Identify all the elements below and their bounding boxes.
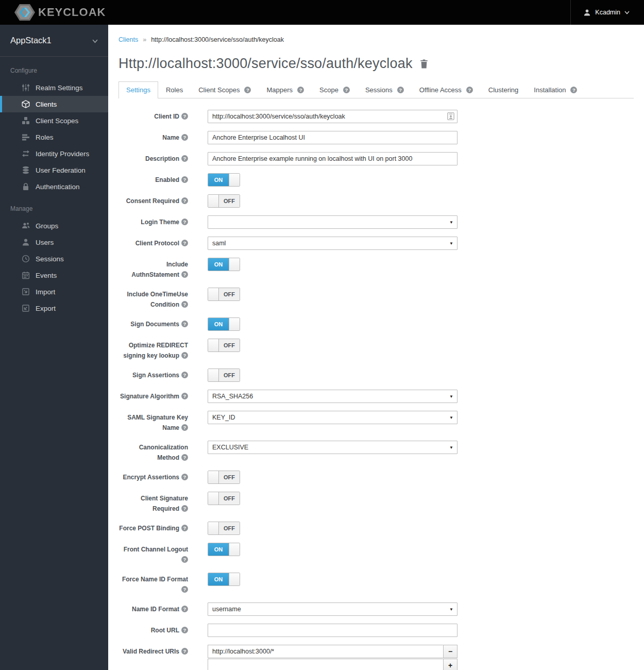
optimize-redirect-toggle[interactable]: OFF xyxy=(208,339,240,352)
tab-settings[interactable]: Settings xyxy=(118,81,158,98)
help-icon: ? xyxy=(181,219,188,225)
client-protocol-select[interactable]: saml▼ xyxy=(208,237,457,250)
saml-signature-key-name-select[interactable]: KEY_ID▼ xyxy=(208,411,457,424)
field-label: Include AuthnStatement xyxy=(131,261,188,278)
realm-name: AppStack1 xyxy=(10,36,52,45)
consent-required-field: Consent Required? OFF xyxy=(118,194,634,208)
group-icon xyxy=(22,222,30,230)
tab-sessions[interactable]: Sessions? xyxy=(358,81,412,98)
sidebar-item-groups[interactable]: Groups xyxy=(0,217,108,234)
force-post-binding-toggle[interactable]: OFF xyxy=(208,522,240,535)
sidebar-item-user-federation[interactable]: User Federation xyxy=(0,162,108,178)
help-icon: ? xyxy=(181,113,188,120)
include-onetimeuse-condition-toggle[interactable]: OFF xyxy=(208,288,240,301)
caret-down-icon: ▼ xyxy=(449,220,453,225)
keycloak-hexagon-icon xyxy=(14,4,35,21)
root-url-input[interactable] xyxy=(208,624,457,637)
sidebar-item-export[interactable]: Export xyxy=(0,300,108,316)
description-input[interactable] xyxy=(208,152,457,165)
remove-uri-button[interactable]: − xyxy=(443,645,457,658)
sidebar-item-label: Roles xyxy=(36,133,54,141)
brand-text: KEYCLOAK xyxy=(38,6,106,19)
help-icon: ? xyxy=(181,240,188,246)
sidebar-item-events[interactable]: Events xyxy=(0,267,108,283)
help-icon: ? xyxy=(181,556,188,563)
client-id-input[interactable] xyxy=(208,110,457,123)
sidebar-item-roles[interactable]: Roles xyxy=(0,129,108,145)
sidebar-item-client-scopes[interactable]: Client Scopes xyxy=(0,112,108,129)
tab-offline-access[interactable]: Offline Access? xyxy=(412,81,481,98)
field-label: Description xyxy=(145,155,179,162)
sidebar-item-clients[interactable]: Clients xyxy=(0,96,108,112)
include-onetimeuse-condition-field: Include OneTimeUse Condition? OFF xyxy=(118,288,634,310)
login-theme-select[interactable]: ▼ xyxy=(208,215,457,229)
include-authn-statement-toggle[interactable]: ON xyxy=(208,258,240,271)
field-label: Encrypt Assertions xyxy=(123,474,179,481)
field-label: Force POST Binding xyxy=(119,525,179,532)
encrypt-assertions-toggle[interactable]: OFF xyxy=(208,471,240,484)
force-name-id-format-toggle[interactable]: ON xyxy=(208,573,240,586)
add-uri-button[interactable]: + xyxy=(443,659,457,670)
tab-roles[interactable]: Roles xyxy=(158,81,191,98)
include-authn-statement-field: Include AuthnStatement? ON xyxy=(118,258,634,280)
enabled-toggle[interactable]: ON xyxy=(208,173,240,187)
lock-icon xyxy=(22,182,30,191)
keycloak-logo[interactable]: KEYCLOAK xyxy=(14,4,106,21)
help-icon: ? xyxy=(181,424,188,431)
consent-required-toggle[interactable]: OFF xyxy=(208,194,240,208)
sidebar-item-realm-settings[interactable]: Realm Settings xyxy=(0,79,108,96)
help-icon: ? xyxy=(181,197,188,204)
canonicalization-method-select[interactable]: EXCLUSIVE▼ xyxy=(208,441,457,454)
database-icon xyxy=(22,166,30,174)
sidebar-item-import[interactable]: Import xyxy=(0,283,108,300)
help-icon: ? xyxy=(181,627,188,633)
sidebar-item-sessions[interactable]: Sessions xyxy=(0,250,108,267)
client-signature-required-toggle[interactable]: OFF xyxy=(208,492,240,505)
top-header: KEYCLOAK Kcadmin xyxy=(0,0,644,25)
cube-icon xyxy=(22,100,30,108)
export-icon xyxy=(22,304,30,312)
caret-down-icon: ▼ xyxy=(449,415,453,420)
help-icon: ? xyxy=(181,505,188,512)
realm-selector[interactable]: AppStack1 xyxy=(0,25,108,57)
help-icon: ? xyxy=(181,648,188,655)
front-channel-logout-toggle[interactable]: ON xyxy=(208,543,240,556)
enabled-field: Enabled? ON xyxy=(118,173,634,187)
redirect-uri-input[interactable] xyxy=(208,645,443,658)
signature-algorithm-select[interactable]: RSA_SHA256▼ xyxy=(208,390,457,403)
sidebar-item-authentication[interactable]: Authentication xyxy=(0,178,108,195)
caret-down-icon: ▼ xyxy=(449,445,453,450)
sidebar: AppStack1 Configure Realm Settings Clien… xyxy=(0,25,108,670)
tab-client-scopes[interactable]: Client Scopes? xyxy=(191,81,259,98)
user-menu[interactable]: Kcadmin xyxy=(570,0,644,25)
client-id-field: Client ID? xyxy=(118,110,634,123)
field-label: Valid Redirect URIs xyxy=(123,648,179,655)
tab-mappers[interactable]: Mappers? xyxy=(259,81,312,98)
delete-client-button[interactable] xyxy=(420,59,428,69)
breadcrumb-separator: » xyxy=(143,36,146,43)
name-id-format-select[interactable]: username▼ xyxy=(208,602,457,616)
client-signature-required-field: Client Signature Required? OFF xyxy=(118,492,634,514)
sidebar-item-identity-providers[interactable]: Identity Providers xyxy=(0,145,108,162)
signature-algorithm-field: Signature Algorithm? RSA_SHA256▼ xyxy=(118,390,634,403)
sidebar-item-label: Identity Providers xyxy=(36,150,89,158)
name-id-format-field: Name ID Format? username▼ xyxy=(118,602,634,616)
new-redirect-uri-input[interactable] xyxy=(208,659,443,670)
sign-assertions-field: Sign Assertions? OFF xyxy=(118,368,634,382)
breadcrumb-clients-link[interactable]: Clients xyxy=(118,36,138,43)
tab-installation[interactable]: Installation? xyxy=(526,81,585,98)
tab-clustering[interactable]: Clustering xyxy=(481,81,527,98)
optimize-redirect-field: Optimize REDIRECT signing key lookup? OF… xyxy=(118,339,634,361)
root-url-field: Root URL? xyxy=(118,624,634,637)
field-label: Sign Documents xyxy=(130,321,179,328)
name-input[interactable] xyxy=(208,131,457,144)
client-settings-form: Client ID? Name? Description? Enabled? O… xyxy=(118,110,634,670)
breadcrumb: Clients » http://localhost:3000/service/… xyxy=(118,25,634,43)
sign-assertions-toggle[interactable]: OFF xyxy=(208,368,240,382)
force-name-id-format-field: Force Name ID Format? ON xyxy=(118,573,634,595)
sign-documents-toggle[interactable]: ON xyxy=(208,317,240,331)
tab-scope[interactable]: Scope? xyxy=(312,81,358,98)
user-icon xyxy=(583,9,591,16)
help-icon: ? xyxy=(181,301,188,308)
sidebar-item-users[interactable]: Users xyxy=(0,234,108,250)
